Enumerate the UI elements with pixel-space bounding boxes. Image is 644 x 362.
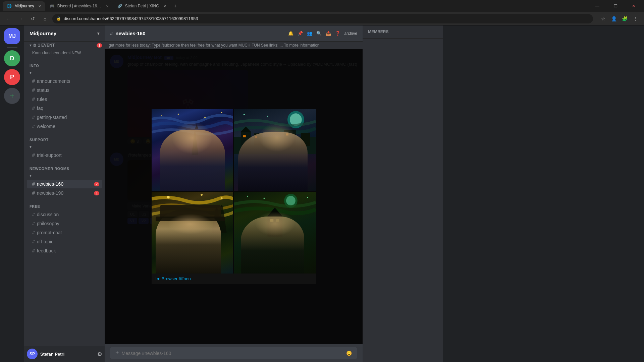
- hash-icon-newbies190: #: [32, 190, 35, 196]
- lightbox-image-2[interactable]: [234, 109, 316, 191]
- server-icon-d[interactable]: D: [4, 50, 20, 66]
- server-icon-mj[interactable]: MJ: [4, 28, 20, 44]
- lightbox-overlay[interactable]: Im Browser öffnen: [105, 49, 363, 344]
- close-window-button[interactable]: ✕: [626, 0, 641, 12]
- tab-discord-close[interactable]: ✕: [106, 4, 109, 8]
- free-section-label: FREE: [24, 199, 105, 210]
- channel-philosophy[interactable]: # philosophy: [27, 219, 102, 228]
- channel-faq[interactable]: # faq: [27, 104, 102, 113]
- attachment-icon[interactable]: +: [115, 350, 119, 357]
- svg-point-24: [247, 195, 248, 196]
- help-icon[interactable]: ❓: [335, 31, 340, 36]
- server-icon-p[interactable]: P: [4, 69, 20, 85]
- events-group-header[interactable]: ▾ 🗓 1 Event 1: [24, 42, 105, 49]
- user-settings-icon[interactable]: ⚙: [97, 351, 102, 357]
- svg-rect-16: [243, 135, 246, 137]
- minimize-button[interactable]: —: [590, 0, 605, 12]
- newbies160-badge: 2: [94, 182, 99, 186]
- newcomer-group-header[interactable]: ▾: [24, 172, 105, 179]
- newcomer-chevron: ▾: [30, 173, 32, 178]
- chat-input-area: + 😊: [105, 344, 363, 362]
- add-server-button[interactable]: +: [4, 88, 20, 104]
- channel-trial-support[interactable]: # trial-support: [27, 151, 102, 160]
- home-button[interactable]: ⌂: [40, 14, 50, 23]
- channel-announcements[interactable]: # announcements: [27, 77, 102, 85]
- channel-welcome[interactable]: # welcome: [27, 122, 102, 131]
- announcement-bar: get more for less today: Type /subscribe…: [105, 42, 363, 49]
- lightbox-image-3[interactable]: [152, 192, 233, 274]
- channel-off-topic-label: off-topic: [37, 239, 54, 244]
- chat-messages[interactable]: MB Midjourney Bot BOT today at 2:00 grou…: [105, 49, 363, 344]
- channel-hash-icon: #: [110, 31, 113, 36]
- tab-midjourney-close[interactable]: ✕: [38, 4, 41, 8]
- announcement-text: get more for less today: Type /subscribe…: [109, 43, 320, 48]
- hash-icon-off-topic: #: [32, 239, 35, 244]
- tab-discord-icon: 🎮: [50, 4, 55, 8]
- support-group-header[interactable]: ▾: [24, 143, 105, 150]
- bookmark-icon[interactable]: ☆: [598, 14, 608, 23]
- profile-icon[interactable]: 👤: [609, 14, 619, 23]
- svg-point-0: [160, 115, 162, 117]
- inbox-icon[interactable]: 📥: [326, 31, 331, 36]
- channel-off-topic[interactable]: # off-topic: [27, 237, 102, 246]
- channel-feedback[interactable]: # feedback: [27, 246, 102, 255]
- channel-feedback-label: feedback: [37, 248, 56, 253]
- tab-xing[interactable]: 🔗 Stefan Petri | XING ✕: [113, 1, 170, 11]
- members-icon[interactable]: 👥: [307, 31, 312, 36]
- channel-status[interactable]: # status: [27, 86, 102, 95]
- user-panel: SP Stefan Petri ⚙: [24, 346, 105, 362]
- open-browser-link[interactable]: Im Browser öffnen: [156, 276, 191, 281]
- server-icons-column: MJ D P +: [0, 25, 24, 362]
- channel-newbies190-label: newbies-190: [37, 190, 63, 196]
- event-sub-item[interactable]: Kamu-luncheon-demi NEW: [24, 49, 105, 57]
- hash-icon-trial: #: [32, 153, 35, 158]
- svg-point-26: [307, 196, 308, 197]
- info-group-header[interactable]: ▾: [24, 69, 105, 76]
- settings-icon[interactable]: ⋮: [631, 14, 640, 23]
- channel-getting-started[interactable]: # getting-started: [27, 113, 102, 122]
- event-name: Kamu-luncheon-demi NEW: [32, 51, 81, 55]
- maximize-button[interactable]: ❐: [608, 0, 623, 12]
- extensions-icon[interactable]: 🧩: [620, 14, 629, 23]
- tab-discord[interactable]: 🎮 Discord | #newbies-160 | Mi... ✕: [46, 1, 113, 11]
- support-channels: ▾ # trial-support: [24, 143, 105, 160]
- lightbox-image-1[interactable]: [152, 109, 233, 191]
- support-section-label: SUPPORT: [24, 132, 105, 143]
- events-count-label: 1 Event: [38, 43, 55, 48]
- hash-icon-announcements: #: [32, 78, 35, 84]
- bell-icon[interactable]: 🔔: [288, 31, 293, 36]
- pin-icon[interactable]: 📌: [298, 31, 303, 36]
- channel-rules[interactable]: # rules: [27, 95, 102, 104]
- url-text: discord.com/channels/662267976984297473/…: [64, 16, 198, 21]
- chat-input[interactable]: [122, 351, 344, 356]
- newbies190-badge: 1: [94, 191, 99, 195]
- channel-prompt-chat[interactable]: # prompt-chat: [27, 228, 102, 237]
- chat-input-wrapper: + 😊: [110, 347, 357, 359]
- back-button[interactable]: ←: [4, 14, 13, 23]
- events-label: 🗓: [33, 43, 37, 47]
- svg-point-21: [220, 197, 222, 199]
- emoji-icon[interactable]: 😊: [346, 351, 352, 356]
- tab-midjourney[interactable]: 🌐 Midjourney ✕: [3, 1, 45, 11]
- channel-newbies-160[interactable]: # newbies-160 2: [27, 180, 102, 188]
- channel-newbies-190[interactable]: # newbies-190 1: [27, 189, 102, 197]
- discord-app: MJ D P + Midjourney ▾ ▾ 🗓 1 Event 1: [0, 25, 443, 362]
- tab-bar: 🌐 Midjourney ✕ 🎮 Discord | #newbies-160 …: [0, 0, 644, 12]
- info-section-label: INFO: [24, 58, 105, 69]
- chat-area: # newbies-160 🔔 📌 👥 🔍 📥 ❓ archive get mo…: [105, 25, 363, 362]
- reload-button[interactable]: ↺: [28, 14, 38, 23]
- server-header-chevron: ▾: [97, 31, 99, 36]
- nav-bar: ← → ↺ ⌂ 🔒 discord.com/channels/662267976…: [0, 12, 644, 25]
- channel-prompt-chat-label: prompt-chat: [37, 230, 62, 235]
- tab-xing-icon: 🔗: [117, 4, 122, 8]
- server-header[interactable]: Midjourney ▾: [24, 25, 105, 42]
- lightbox-image-4[interactable]: [234, 192, 316, 274]
- forward-button[interactable]: →: [16, 14, 25, 23]
- archive-label: archive: [344, 31, 358, 36]
- tab-xing-close[interactable]: ✕: [163, 4, 166, 8]
- channel-announcements-label: announcements: [37, 78, 70, 84]
- new-tab-button[interactable]: +: [171, 1, 180, 11]
- search-icon[interactable]: 🔍: [316, 31, 322, 36]
- address-bar[interactable]: 🔒 discord.com/channels/66226797698429747…: [52, 14, 593, 23]
- channel-discussion[interactable]: # discussion: [27, 210, 102, 219]
